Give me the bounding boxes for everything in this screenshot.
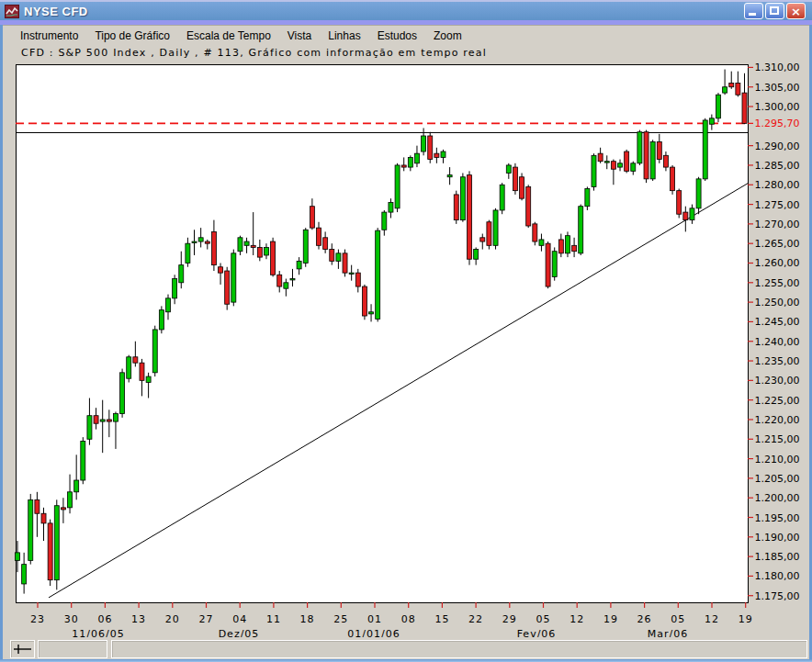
candle-body[interactable] [585,189,590,207]
candle-body[interactable] [428,136,433,160]
candle-body[interactable] [264,247,268,255]
candle-body[interactable] [644,132,648,179]
candle-body[interactable] [146,376,151,382]
candle-body[interactable] [683,212,688,220]
candle-body[interactable] [637,132,642,163]
candle-body[interactable] [611,162,615,170]
candle-body[interactable] [211,231,216,264]
candle-body[interactable] [186,243,190,263]
candle-body[interactable] [290,279,295,280]
candle-body[interactable] [323,238,328,250]
candle-body[interactable] [310,207,314,228]
candle-body[interactable] [480,238,485,241]
candle-body[interactable] [558,240,563,253]
candle-body[interactable] [703,120,707,179]
candle-body[interactable] [68,492,73,508]
candle-body[interactable] [152,330,157,373]
candle-body[interactable] [205,241,209,243]
candle-body[interactable] [552,252,557,277]
candle-body[interactable] [579,207,583,253]
candle-body[interactable] [192,241,197,242]
candle-body[interactable] [493,210,498,245]
candle-body[interactable] [48,523,52,580]
candle-body[interactable] [231,253,236,302]
candle-body[interactable] [87,416,92,440]
app-chart-icon[interactable] [5,5,19,18]
candle-body[interactable] [369,312,374,314]
candle-body[interactable] [74,480,79,492]
candle-body[interactable] [166,298,171,312]
candle-body[interactable] [401,165,406,167]
candle-body[interactable] [625,151,629,171]
candle-body[interactable] [631,163,636,172]
candle-body[interactable] [297,261,301,269]
menu-item-instrumento[interactable]: Instrumento [12,28,86,44]
candle-body[interactable] [500,185,504,210]
candle-body[interactable] [244,241,249,245]
horizontal-scrollbar-track[interactable] [111,640,807,658]
close-button[interactable]: × [786,3,806,19]
candle-body[interactable] [671,167,675,191]
menu-item-tipo-de-gr-fico[interactable]: Tipo de Gráfico [86,28,178,44]
candle-body[interactable] [376,230,380,319]
candle-body[interactable] [533,224,537,241]
candle-body[interactable] [422,136,426,151]
candle-body[interactable] [736,83,740,95]
candle-body[interactable] [395,165,400,208]
maximize-button[interactable] [765,3,784,19]
candle-body[interactable] [434,153,439,157]
candle-body[interactable] [61,508,65,510]
candle-body[interactable] [225,271,230,304]
candle-body[interactable] [520,177,524,198]
candle-body[interactable] [133,357,138,363]
candle-body[interactable] [454,195,458,220]
candle-body[interactable] [526,186,531,226]
candle-body[interactable] [81,441,85,480]
candle-body[interactable] [28,499,33,560]
candle-body[interactable] [94,416,98,424]
crosshair-tool-button[interactable] [10,640,35,658]
candle-body[interactable] [414,153,419,163]
candle-body[interactable] [159,310,164,330]
candle-body[interactable] [54,506,59,580]
candle-body[interactable] [35,499,39,513]
candle-body[interactable] [441,151,445,157]
candle-body[interactable] [572,245,577,251]
candle-body[interactable] [317,228,321,245]
minimize-button[interactable] [744,3,763,19]
candle-body[interactable] [382,212,387,230]
candle-body[interactable] [257,247,262,257]
candle-body[interactable] [271,241,276,275]
candle-body[interactable] [389,202,393,212]
menu-item-linhas[interactable]: Linhas [320,28,368,44]
candle-body[interactable] [604,162,609,163]
candle-body[interactable] [506,165,511,174]
candle-body[interactable] [468,175,472,260]
candle-body[interactable] [546,243,550,286]
menu-item-zoom[interactable]: Zoom [425,28,470,44]
candle-body[interactable] [355,273,360,286]
candle-body[interactable] [173,279,177,298]
candle-body[interactable] [696,179,701,208]
candle-body[interactable] [729,83,734,86]
menu-item-escala-de-tempo[interactable]: Escala de Tempo [178,28,279,44]
candle-body[interactable] [716,95,720,118]
candle-body[interactable] [343,253,347,273]
candle-body[interactable] [447,175,452,177]
candle-body[interactable] [663,155,668,167]
candle-body[interactable] [22,565,27,584]
candle-body[interactable] [140,363,144,380]
candle-body[interactable] [113,414,118,422]
candle-body[interactable] [120,373,125,414]
candle-body[interactable] [219,267,223,273]
candle-body[interactable] [539,240,544,245]
candle-body[interactable] [277,275,282,286]
candle-body[interactable] [251,245,255,247]
title-bar[interactable]: NYSE CFD × [0,2,812,20]
candle-body[interactable] [107,420,111,421]
candle-body[interactable] [723,87,727,93]
candle-body[interactable] [336,253,341,262]
candle-body[interactable] [349,273,354,274]
candle-body[interactable] [650,141,655,178]
candle-body[interactable] [592,155,596,186]
